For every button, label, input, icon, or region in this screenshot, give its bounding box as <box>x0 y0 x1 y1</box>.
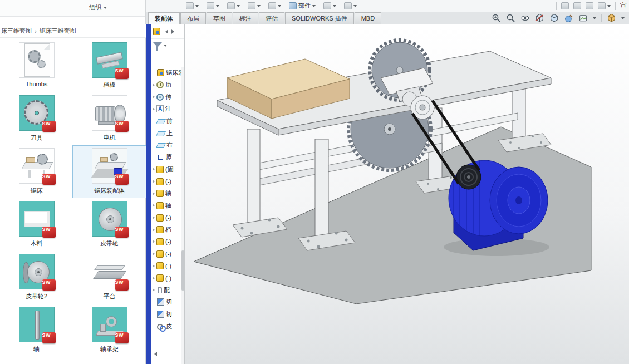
tab-sketch[interactable]: 草图 <box>207 12 232 24</box>
filter-funnel-icon[interactable] <box>153 42 162 47</box>
expand-arrow-icon[interactable] <box>153 216 155 219</box>
toolbar-button[interactable] <box>323 2 336 9</box>
tree-root-assembly[interactable]: 锯床装 <box>151 67 184 79</box>
expand-arrow-icon[interactable] <box>153 240 155 243</box>
file-item-dangban[interactable]: SW 档板 <box>73 40 146 92</box>
expand-arrow-icon[interactable] <box>153 192 155 195</box>
file-item-label: 刀具 <box>0 134 73 142</box>
expand-arrow-icon[interactable] <box>153 228 155 232</box>
expand-arrow-icon[interactable] <box>153 95 155 99</box>
organize-button[interactable]: 组织 <box>89 3 107 12</box>
tree-scrollbar-thumb[interactable] <box>181 250 184 291</box>
file-item-daoju[interactable]: SW 刀具 <box>0 93 73 145</box>
file-item-dianji[interactable]: SW 电机 <box>73 93 146 145</box>
tab-annotate[interactable]: 标注 <box>233 12 258 24</box>
toolbar-icon[interactable] <box>561 2 569 9</box>
search-menu-label[interactable]: 宣 <box>620 1 627 11</box>
tree-item-front-plane[interactable]: 前 <box>151 115 184 127</box>
toolbar-icon[interactable] <box>573 2 581 9</box>
file-item-label: 轴 <box>0 345 73 353</box>
file-item-muliao[interactable]: SW 木料 <box>0 199 73 250</box>
hide-show-eye-icon[interactable] <box>520 13 530 23</box>
expand-arrow-icon[interactable] <box>153 107 155 111</box>
expand-arrow-icon[interactable] <box>153 180 155 183</box>
file-item-thumbs[interactable]: Thumbs <box>0 40 73 92</box>
toolbar-button[interactable] <box>207 2 219 9</box>
file-item-zhouchengjia[interactable]: SW 轴承架 <box>73 304 146 356</box>
chevron-right-icon[interactable] <box>171 29 174 34</box>
toolbar-button[interactable] <box>268 2 281 9</box>
file-item-assembly-selected[interactable]: SW 锯床装配体 <box>73 146 146 198</box>
tree-item-sensors[interactable]: 传 <box>151 91 184 103</box>
file-item-pingtai[interactable]: SW 平台 <box>73 252 146 303</box>
tree-item-component[interactable]: (-) <box>151 236 184 248</box>
expand-arrow-icon[interactable] <box>153 264 155 268</box>
tree-item-component[interactable]: (固 <box>151 164 184 176</box>
tree-item-cut-feature[interactable]: 切 <box>151 308 184 321</box>
display-style-icon[interactable] <box>549 13 559 23</box>
tree-item-component[interactable]: 档 <box>151 224 184 236</box>
file-item-pidailun2[interactable]: SW 皮带轮2 <box>0 252 73 303</box>
file-item-label: 平台 <box>73 292 146 301</box>
graphics-viewport[interactable] <box>185 24 629 364</box>
component-menu-button[interactable]: 部件 <box>289 2 316 10</box>
expand-arrow-icon[interactable] <box>153 83 155 87</box>
tree-item-history[interactable]: 历 <box>151 79 184 91</box>
expand-arrow-icon[interactable] <box>153 252 155 255</box>
zoom-fit-icon[interactable] <box>506 13 515 23</box>
expand-arrow-icon[interactable] <box>153 277 155 280</box>
tree-item-annotations[interactable]: 注 <box>151 103 184 115</box>
breadcrumb-current[interactable]: 锯床三维套图 <box>40 27 76 35</box>
table-front-left-leg[interactable] <box>233 129 287 237</box>
tab-evaluate[interactable]: 评估 <box>259 12 284 24</box>
tab-addins[interactable]: SOLIDWORKS 插件 <box>285 12 354 24</box>
tree-item-component[interactable]: 轴 <box>151 200 184 212</box>
tree-scrollbar[interactable] <box>181 67 184 364</box>
toolbar-button[interactable] <box>344 2 357 9</box>
file-item-pidailun[interactable]: SW 皮带轮 <box>73 199 146 250</box>
tree-item-component[interactable]: (-) <box>151 272 184 284</box>
panel-collapse-icon[interactable] <box>154 352 157 356</box>
zoom-area-icon[interactable] <box>492 13 501 23</box>
sensors-icon <box>156 94 164 101</box>
tree-item-component[interactable]: (-) <box>151 260 184 272</box>
tab-assembly[interactable]: 装配体 <box>148 12 180 24</box>
heads-up-view-toolbar <box>492 12 629 24</box>
chevron-left-icon[interactable] <box>165 29 168 34</box>
toolbar-button[interactable] <box>598 2 611 9</box>
explorer-scrollbar[interactable] <box>146 24 151 364</box>
appearance-icon[interactable] <box>564 13 573 23</box>
tree-item-origin[interactable]: 原 <box>151 151 184 164</box>
tree-item-belt[interactable]: 皮 <box>151 320 184 332</box>
section-view-icon[interactable] <box>535 13 544 23</box>
expand-arrow-icon[interactable] <box>153 288 155 292</box>
tree-item-mates[interactable]: 配 <box>151 284 184 296</box>
caret-down-icon[interactable] <box>621 17 625 19</box>
tree-item-top-plane[interactable]: 上 <box>151 127 184 139</box>
tree-item-cut-feature[interactable]: 切 <box>151 296 184 308</box>
tab-layout[interactable]: 布局 <box>180 12 206 24</box>
scene-icon[interactable] <box>578 13 588 23</box>
breadcrumb-parent[interactable]: 床三维套图 <box>1 27 32 35</box>
tree-item-component[interactable]: (-) <box>151 175 184 188</box>
file-item-zhou[interactable]: SW 轴 <box>0 304 73 356</box>
caret-down-icon[interactable] <box>164 45 167 47</box>
tab-mbd[interactable]: MBD <box>355 12 381 24</box>
file-item-juchuang[interactable]: SW 锯床 <box>0 146 73 198</box>
feature-manager-tab-icon[interactable] <box>153 28 160 35</box>
tree-item-component[interactable]: (-) <box>151 211 184 224</box>
bracket-thumbnail-icon: SW <box>92 307 127 342</box>
expand-arrow-icon[interactable] <box>153 168 155 171</box>
toolbar-button[interactable] <box>186 2 199 9</box>
tree-item-component[interactable]: 轴 <box>151 188 184 200</box>
tree-item-right-plane[interactable]: 右 <box>151 139 184 151</box>
toolbar-icon[interactable] <box>586 2 593 9</box>
expand-arrow-icon[interactable] <box>153 204 155 207</box>
tree-item-component[interactable]: (-) <box>151 248 184 260</box>
toolbar-button[interactable] <box>227 2 240 9</box>
gear-icon <box>37 60 46 68</box>
view-cube-icon[interactable] <box>607 13 616 23</box>
solidworks-file-badge: SW <box>115 68 129 79</box>
toolbar-button[interactable] <box>248 2 261 9</box>
caret-down-icon[interactable] <box>593 17 596 19</box>
